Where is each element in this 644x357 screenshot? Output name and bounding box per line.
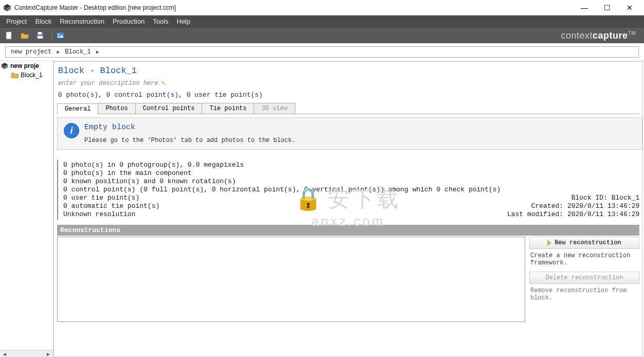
detail-line: 0 photo(s) in the main component <box>63 169 500 177</box>
tree-scrollbar[interactable]: ◄► <box>0 350 53 357</box>
window-title: ContextCapture Master - Desktop edition … <box>14 4 573 11</box>
info-text: Please go to the 'Photos' tab to add pho… <box>84 137 295 144</box>
info-box: i Empty block Please go to the 'Photos' … <box>57 117 642 150</box>
tree-block-node[interactable]: Block_1 <box>0 70 53 80</box>
open-folder-icon[interactable] <box>19 29 31 42</box>
title-bar: ContextCapture Master - Desktop edition … <box>0 0 644 15</box>
app-icon <box>3 4 11 12</box>
play-icon <box>547 240 551 246</box>
modified-row: Last modified: 2020/8/11 13:46:29 <box>500 210 639 219</box>
tab-photos[interactable]: Photos <box>98 103 135 114</box>
image-icon[interactable] <box>54 29 66 42</box>
detail-line: 0 automatic tie point(s) <box>63 202 500 210</box>
svg-rect-7 <box>38 36 43 39</box>
block-summary: 0 photo(s), 0 control point(s), 0 user t… <box>57 91 639 102</box>
menu-tools[interactable]: Tools <box>149 15 172 28</box>
description-input[interactable]: enter your description here <box>58 80 158 87</box>
folder-icon <box>11 72 19 78</box>
svg-rect-6 <box>38 32 42 34</box>
minimize-button[interactable]: — <box>573 1 596 15</box>
tree-root-node[interactable]: new proje <box>0 61 53 70</box>
detail-line: 0 user tie point(s) <box>63 194 500 202</box>
pencil-icon[interactable]: ✎ <box>161 80 166 87</box>
menu-bar: Project Block Reconstruction Production … <box>0 15 644 28</box>
save-icon[interactable] <box>34 29 46 42</box>
detail-line: 0 photo(s) in 0 photogroup(s), 0.0 megap… <box>63 161 500 169</box>
detail-line: 0 control point(s) (0 full point(s), 0 h… <box>63 186 500 194</box>
svg-rect-3 <box>6 32 11 39</box>
breadcrumb: new project ▶ Block_1 ▶ <box>5 46 639 58</box>
tree-root-label: new proje <box>10 62 39 69</box>
project-tree: new proje Block_1 ◄► <box>0 61 53 357</box>
new-file-icon[interactable] <box>3 29 15 42</box>
detail-line: 0 known position(s) and 0 known rotation… <box>63 177 500 186</box>
menu-production[interactable]: Production <box>109 15 149 28</box>
tab-general[interactable]: General <box>57 103 98 114</box>
info-title: Empty block <box>84 123 295 132</box>
page-title: Block - Block_1 <box>57 64 639 80</box>
created-row: Created: 2020/8/11 13:46:29 <box>500 202 639 210</box>
block-id-row: Block ID: Block_1 <box>500 194 639 202</box>
tab-bar: General Photos Control points Tie points… <box>57 102 639 114</box>
close-button[interactable]: ✕ <box>618 1 641 15</box>
menu-help[interactable]: Help <box>173 15 195 28</box>
menu-project[interactable]: Project <box>2 15 31 28</box>
brand-logo: contextcaptureTM <box>561 30 641 41</box>
chevron-right-icon: ▶ <box>57 49 60 55</box>
tree-block-label: Block_1 <box>21 72 43 79</box>
toolbar-separator <box>51 31 52 40</box>
detail-line: Unknown resolution <box>63 210 500 219</box>
reconstructions-header: Reconstructions <box>57 225 639 236</box>
breadcrumb-block[interactable]: Block_1 <box>63 48 93 56</box>
tab-3d-view[interactable]: 3D view <box>254 103 295 114</box>
content-pane: 🔒安下载 anxz.com Block - Block_1 enter your… <box>53 61 643 357</box>
menu-reconstruction[interactable]: Reconstruction <box>56 15 109 28</box>
breadcrumb-root[interactable]: new project <box>9 48 53 56</box>
delete-reconstruction-description: Remove reconstruction from block. <box>529 284 639 307</box>
toolbar: contextcaptureTM <box>0 28 644 43</box>
reconstruction-list[interactable] <box>57 237 525 322</box>
cube-icon <box>1 62 8 69</box>
svg-rect-8 <box>57 32 64 39</box>
chevron-right-icon: ▶ <box>96 49 99 55</box>
breadcrumb-wrap: new project ▶ Block_1 ▶ <box>0 43 644 61</box>
new-reconstruction-button[interactable]: New reconstruction <box>529 237 639 249</box>
tab-control-points[interactable]: Control points <box>135 103 203 114</box>
main-split: new proje Block_1 ◄► 🔒安下载 anxz.com Block… <box>0 61 644 357</box>
delete-reconstruction-button[interactable]: Delete reconstruction <box>529 272 639 284</box>
info-icon: i <box>64 123 79 138</box>
menu-block[interactable]: Block <box>31 15 56 28</box>
new-reconstruction-description: Create a new reconstruction framework. <box>529 249 639 272</box>
svg-point-9 <box>58 34 60 35</box>
block-details: 0 photo(s) in 0 photogroup(s), 0.0 megap… <box>57 160 642 220</box>
tab-tie-points[interactable]: Tie points <box>202 103 254 114</box>
maximize-button[interactable]: ☐ <box>596 1 618 15</box>
